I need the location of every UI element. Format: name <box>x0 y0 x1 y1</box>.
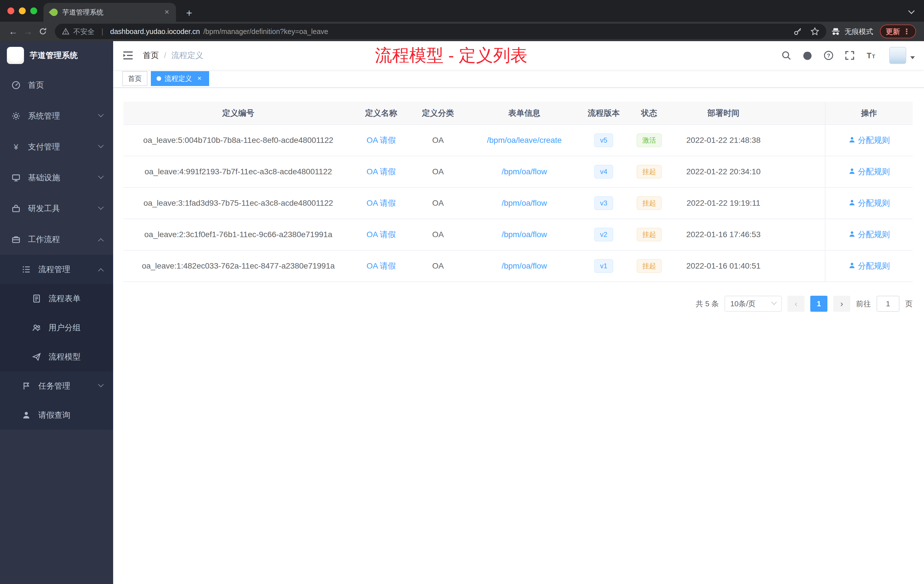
incognito-label: 无痕模式 <box>845 27 873 36</box>
form-info-link[interactable]: /bpm/oa/flow <box>502 167 547 176</box>
cell-form-info: /bpm/oa/flow <box>467 219 582 250</box>
font-size-icon[interactable]: TT <box>866 50 876 61</box>
fullscreen-icon[interactable] <box>845 50 855 61</box>
assign-rule-link[interactable]: 分配规则 <box>848 136 890 145</box>
definition-name-link[interactable]: OA 请假 <box>366 136 396 145</box>
version-tag: v5 <box>594 134 613 147</box>
cell-filler <box>774 125 825 156</box>
close-window-button[interactable] <box>7 7 14 14</box>
warning-icon <box>62 27 70 35</box>
cell-filler <box>774 187 825 219</box>
cell-definition-name: OA 请假 <box>353 219 409 250</box>
form-info-link[interactable]: /bpm/oa/flow <box>502 199 547 208</box>
user-icon <box>848 199 856 206</box>
cell-category: OA <box>409 219 467 250</box>
sidebar-item-label: 支付管理 <box>28 142 60 152</box>
sidebar-item-payment-manage[interactable]: ¥ 支付管理 <box>0 132 113 162</box>
prev-page-button[interactable]: ‹ <box>787 296 805 312</box>
definition-name-link[interactable]: OA 请假 <box>366 167 396 176</box>
cell-status: 挂起 <box>626 156 673 187</box>
hamburger-icon[interactable] <box>122 50 134 61</box>
forward-button[interactable]: → <box>21 24 35 39</box>
sidebar-item-process-model[interactable]: 流程模型 <box>0 342 113 371</box>
browser-tab[interactable]: 芋道管理系统 × <box>43 3 176 22</box>
form-info-link[interactable]: /bpm/oa/leave/create <box>487 136 562 145</box>
sidebar-item-infrastructure[interactable]: 基础设施 <box>0 162 113 193</box>
next-page-button[interactable]: › <box>833 296 850 312</box>
browser-menu-icon[interactable]: ⋮ <box>903 27 910 36</box>
minimize-window-button[interactable] <box>19 7 26 14</box>
user-menu[interactable] <box>889 47 915 64</box>
url-path: /bpm/manager/definition?key=oa_leave <box>203 27 328 36</box>
definition-name-link[interactable]: OA 请假 <box>366 199 396 208</box>
search-icon[interactable] <box>781 50 792 61</box>
sidebar-item-task-manage[interactable]: 任务管理 <box>0 371 113 401</box>
chevron-up-icon <box>98 268 104 274</box>
definition-name-link[interactable]: OA 请假 <box>366 261 396 270</box>
key-icon[interactable] <box>793 27 802 36</box>
zoom-window-button[interactable] <box>30 7 37 14</box>
new-tab-button[interactable]: + <box>182 5 196 22</box>
sidebar-item-system-manage[interactable]: 系统管理 <box>0 101 113 132</box>
status-tag: 挂起 <box>637 196 662 210</box>
cell-form-info: /bpm/oa/flow <box>467 156 582 187</box>
tag-流程定义[interactable]: 流程定义 × <box>151 71 209 86</box>
goto-suffix: 页 <box>905 299 912 309</box>
tag-首页[interactable]: 首页 <box>122 71 147 86</box>
definition-name-link[interactable]: OA 请假 <box>366 230 396 239</box>
cell-deploy-time: 2022-01-22 21:48:38 <box>673 125 774 156</box>
form-info-link[interactable]: /bpm/oa/flow <box>502 230 547 239</box>
page-size-select[interactable]: 10条/页 <box>724 296 782 312</box>
flow-manage-icon <box>22 265 31 274</box>
help-icon[interactable]: ? <box>823 50 834 61</box>
sidebar-item-process-form[interactable]: 流程表单 <box>0 284 113 313</box>
table-row: oa_leave:3:1fad3d93-7b75-11ec-a3c8-acde4… <box>124 187 912 219</box>
sidebar-item-process-manage[interactable]: 流程管理 <box>0 255 113 284</box>
cell-filler <box>774 156 825 187</box>
assign-rule-link[interactable]: 分配规则 <box>848 261 890 270</box>
github-icon[interactable] <box>802 50 813 61</box>
goto-page-input[interactable] <box>876 296 899 312</box>
page-title: 流程模型 - 定义列表 <box>375 44 527 67</box>
cell-actions: 分配规则 <box>825 187 912 219</box>
cell-deploy-time: 2022-01-16 17:46:53 <box>673 219 774 250</box>
column-header-filler <box>774 102 825 125</box>
tab-close-icon[interactable]: × <box>162 8 172 17</box>
sidebar-item-user-group[interactable]: 用户分组 <box>0 313 113 342</box>
page-1-button[interactable]: 1 <box>810 296 827 312</box>
sidebar-item-label: 系统管理 <box>28 111 60 121</box>
sidebar-menu: 首页 系统管理 ¥ 支付管理 基础设施 研发工具 工作流程 流程管理 <box>0 70 113 430</box>
tag-close-icon[interactable]: × <box>195 74 203 82</box>
chrome-update-button[interactable]: 更新 ⋮ <box>880 25 916 38</box>
sidebar-item-workflow[interactable]: 工作流程 <box>0 224 113 255</box>
cell-definition-id: oa_leave:1:482ec033-762a-11ec-8477-a2380… <box>124 250 353 282</box>
sidebar-logo[interactable]: 芋道管理系统 <box>0 41 113 70</box>
status-tag: 挂起 <box>637 165 662 178</box>
breadcrumb-separator: / <box>164 51 166 60</box>
cell-deploy-time: 2022-01-16 01:40:51 <box>673 250 774 282</box>
assign-rule-link[interactable]: 分配规则 <box>848 167 890 176</box>
breadcrumb-home[interactable]: 首页 <box>143 50 159 61</box>
avatar[interactable] <box>889 47 906 64</box>
table-row: oa_leave:1:482ec033-762a-11ec-8477-a2380… <box>124 250 912 282</box>
table-body: oa_leave:5:004b710b-7b8a-11ec-8ef0-acde4… <box>124 125 912 282</box>
sidebar: 芋道管理系统 首页 系统管理 ¥ 支付管理 基础设施 研发工具 工作流程 <box>0 41 113 584</box>
site-favicon-icon <box>49 7 59 18</box>
svg-text:T: T <box>872 54 875 59</box>
sidebar-item-leave-query[interactable]: 请假查询 <box>0 401 113 430</box>
assign-rule-link[interactable]: 分配规则 <box>848 230 890 239</box>
sidebar-item-dev-tools[interactable]: 研发工具 <box>0 193 113 224</box>
tab-search-chevron-icon[interactable] <box>908 8 915 14</box>
bookmark-star-icon[interactable] <box>810 27 819 36</box>
cell-category: OA <box>409 125 467 156</box>
form-info-link[interactable]: /bpm/oa/flow <box>502 261 547 270</box>
yen-icon: ¥ <box>12 142 21 152</box>
breadcrumb-current: 流程定义 <box>172 50 203 61</box>
column-header-actions: 操作 <box>825 102 912 125</box>
assign-rule-link[interactable]: 分配规则 <box>848 199 890 208</box>
sidebar-item-home[interactable]: 首页 <box>0 70 113 101</box>
reload-button[interactable] <box>35 24 50 39</box>
address-bar[interactable]: 不安全 | dashboard.yudao.iocoder.cn/bpm/man… <box>55 24 826 39</box>
back-button[interactable]: ← <box>6 24 21 39</box>
column-header-status: 状态 <box>626 102 673 125</box>
